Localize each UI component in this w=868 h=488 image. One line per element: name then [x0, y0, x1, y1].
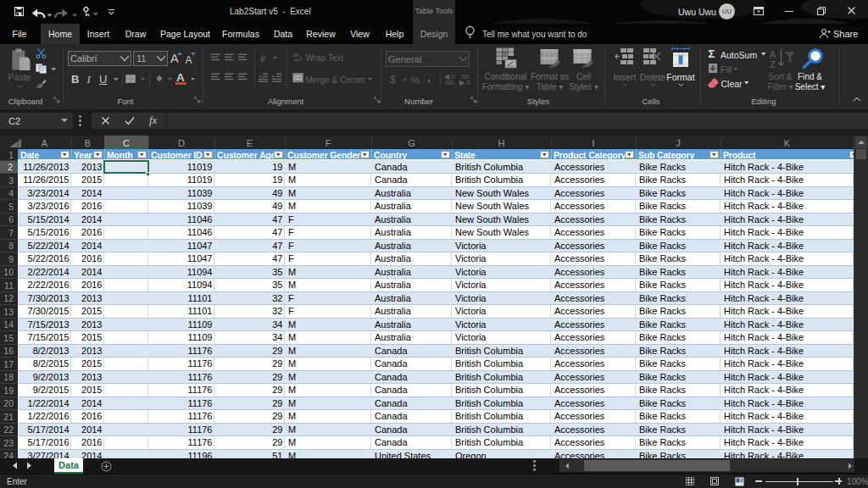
svg-text:Z: Z — [770, 59, 776, 69]
svg-text:ab: ab — [260, 53, 268, 63]
svg-text:ab: ab — [293, 52, 300, 58]
svg-text:A: A — [770, 49, 776, 59]
